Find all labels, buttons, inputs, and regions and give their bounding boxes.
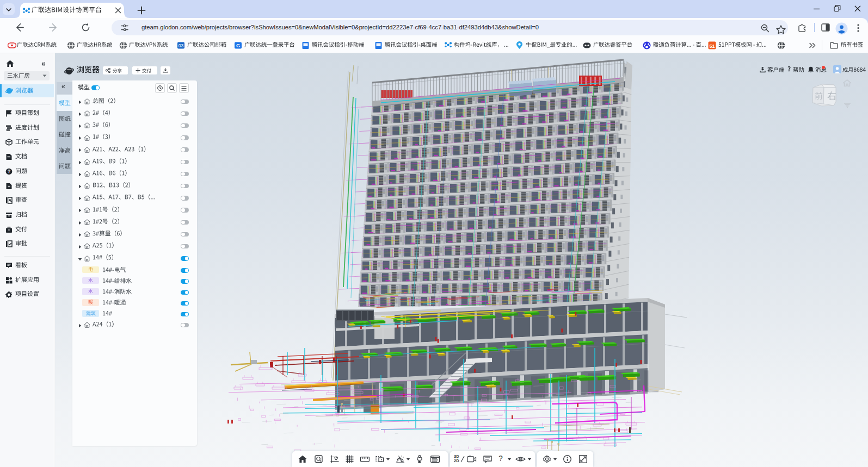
svg-text:?: ?: [8, 169, 10, 174]
